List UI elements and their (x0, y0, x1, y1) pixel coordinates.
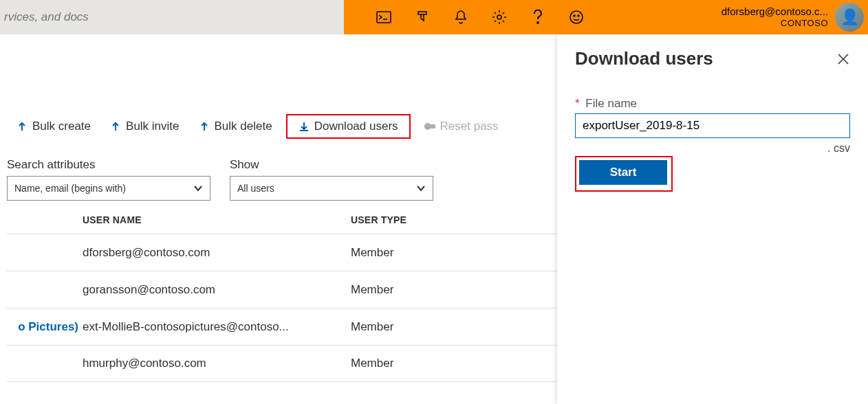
col-username[interactable]: USER NAME (83, 214, 351, 225)
account-text: dforsberg@contoso.c... CONTOSO (721, 5, 828, 29)
table-body: dforsberg@contoso.comMembergoransson@con… (7, 234, 557, 382)
search-input[interactable] (4, 10, 340, 24)
file-name-field: * File name (575, 97, 850, 138)
table-row[interactable]: hmurphy@contoso.comMember (7, 345, 557, 382)
svg-point-3 (570, 11, 583, 23)
table-row[interactable]: o Pictures)ext-MollieB-contosopictures@c… (7, 308, 557, 345)
svg-point-1 (497, 15, 501, 19)
help-icon[interactable] (519, 0, 557, 34)
top-header: dforsberg@contoso.c... CONTOSO 👤 (0, 0, 868, 34)
download-users-label: Download users (314, 120, 398, 133)
row-usertype: Member (351, 357, 557, 370)
bulk-create-button[interactable]: Bulk create (7, 117, 100, 136)
show-block: Show All users (230, 158, 433, 201)
start-button-highlight: Start (575, 156, 673, 192)
svg-rect-0 (377, 12, 391, 23)
reset-password-button: Reset pass (415, 117, 508, 136)
svg-point-5 (578, 15, 579, 16)
row-usertype: Member (351, 320, 557, 334)
row-usertype: Member (351, 246, 557, 260)
bulk-create-label: Bulk create (32, 120, 91, 133)
header-icon-row (344, 0, 712, 34)
file-extension: . csv (575, 142, 850, 155)
users-table: USER NAME USER TYPE dforsberg@contoso.co… (7, 209, 557, 382)
search-attributes-value: Name, email (begins with) (14, 183, 126, 194)
file-name-input[interactable] (575, 113, 850, 138)
bulk-delete-button[interactable]: Bulk delete (189, 117, 282, 136)
table-header: USER NAME USER TYPE (7, 209, 557, 234)
download-users-button[interactable]: Download users (286, 114, 411, 139)
table-row[interactable]: goransson@contoso.comMember (7, 271, 557, 308)
avatar[interactable]: 👤 (835, 3, 864, 32)
gear-icon[interactable] (480, 0, 519, 34)
panel-title: Download users (575, 48, 713, 69)
account-email: dforsberg@contoso.c... (721, 5, 828, 17)
show-select[interactable]: All users (230, 176, 433, 201)
directory-filter-icon[interactable] (403, 0, 442, 34)
file-name-label: File name (585, 97, 637, 110)
col-usertype[interactable]: USER TYPE (351, 214, 557, 225)
close-icon[interactable] (836, 52, 850, 66)
row-username: ext-MollieB-contosopictures@contoso... (83, 320, 351, 334)
search-attributes-block: Search attributes Name, email (begins wi… (7, 158, 210, 201)
svg-rect-7 (430, 125, 435, 128)
svg-point-4 (574, 15, 575, 16)
row-username: dforsberg@contoso.com (83, 246, 351, 260)
search-attributes-label: Search attributes (7, 158, 210, 172)
cloud-shell-icon[interactable] (365, 0, 403, 34)
show-label: Show (230, 158, 433, 172)
reset-password-label: Reset pass (440, 120, 499, 133)
row-username: hmurphy@contoso.com (83, 357, 351, 370)
chevron-down-icon (193, 183, 203, 193)
bulk-delete-label: Bulk delete (215, 120, 272, 133)
table-row[interactable]: dforsberg@contoso.comMember (7, 234, 557, 271)
bulk-invite-label: Bulk invite (126, 120, 179, 133)
show-value: All users (237, 183, 274, 194)
row-prefix: o Pictures) (7, 320, 83, 334)
chevron-down-icon (416, 183, 426, 193)
account-block[interactable]: dforsberg@contoso.c... CONTOSO 👤 (712, 0, 868, 34)
bulk-invite-button[interactable]: Bulk invite (100, 117, 188, 136)
search-attributes-select[interactable]: Name, email (begins with) (7, 176, 210, 201)
svg-point-2 (537, 22, 539, 23)
required-star: * (575, 97, 580, 110)
bell-icon[interactable] (442, 0, 480, 34)
global-search[interactable] (0, 0, 344, 34)
row-username: goransson@contoso.com (83, 283, 351, 297)
download-users-panel: Download users * File name . csv Start (557, 34, 868, 404)
row-usertype: Member (351, 283, 557, 297)
account-org: CONTOSO (721, 17, 828, 29)
smile-icon[interactable] (557, 0, 596, 34)
start-button[interactable]: Start (579, 160, 667, 185)
